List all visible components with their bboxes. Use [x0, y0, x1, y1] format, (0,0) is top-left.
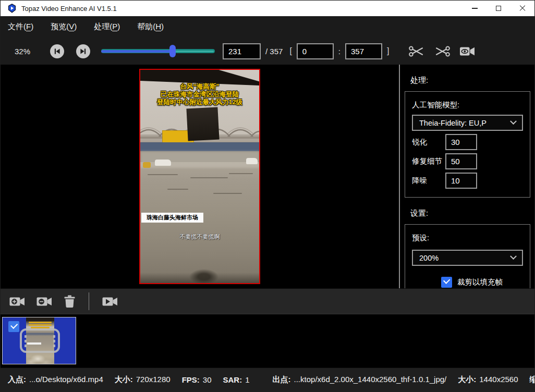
range-start-input[interactable]	[297, 43, 334, 59]
window-controls	[463, 1, 534, 16]
ai-model-dropdown[interactable]: Theia-Fidelity: EU,P	[412, 115, 523, 131]
restore-details-row: 修复细节	[412, 153, 523, 169]
app-window: Topaz Video Enhance AI V1.5.1 文件(F) 预览(V…	[0, 0, 535, 392]
remove-video-button[interactable]	[37, 296, 53, 307]
denoise-input[interactable]	[445, 173, 477, 189]
menu-help[interactable]: 帮助(H)	[137, 22, 164, 32]
preview-canvas: 台风“海高斯” 已在珠海市金湾区沿海登陆 登陆时中心附近最大风力12级 珠海白藤…	[1, 65, 399, 288]
preview-button[interactable]	[459, 45, 476, 57]
trim-end-button[interactable]	[434, 45, 451, 58]
maximize-icon	[496, 6, 501, 11]
zoom-level-label: 32%	[15, 47, 37, 56]
crop-frame-overlay-icon	[20, 328, 60, 353]
video-preview[interactable]: 台风“海高斯” 已在珠海市金湾区沿海登陆 登陆时中心附近最大风力12级 珠海白藤…	[139, 69, 260, 284]
skip-to-end-button[interactable]	[76, 44, 90, 58]
water-streak	[167, 189, 188, 190]
statusbar: 入点:...o/Desktop/x6d.mp4 大小:720x1280 FPS:…	[1, 368, 534, 391]
range-end-input[interactable]	[345, 43, 382, 59]
clip-strip	[1, 314, 534, 368]
crop-to-fill-row[interactable]: 裁剪以填充帧	[412, 277, 523, 288]
ai-model-groupbox: 人工智能模型: Theia-Fidelity: EU,P 锐化 修复细节 降噪	[405, 91, 530, 198]
trash-icon	[64, 295, 76, 308]
main-area: 台风“海高斯” 已在珠海市金湾区沿海登陆 登陆时中心附近最大风力12级 珠海白藤…	[1, 65, 534, 288]
status-scale: 缩放:200%	[530, 375, 535, 385]
menu-file[interactable]: 文件(F)	[8, 22, 33, 32]
minimize-button[interactable]	[463, 1, 487, 16]
submerged-car	[155, 160, 171, 166]
process-video-button[interactable]	[102, 296, 118, 307]
settings-section-title: 设置:	[410, 209, 534, 218]
scissors-right-icon	[434, 45, 451, 58]
water-streak	[148, 174, 178, 175]
add-video-icon	[9, 296, 26, 307]
current-frame-input[interactable]	[223, 43, 261, 59]
slider-track-highlight	[174, 51, 214, 52]
ai-model-label: 人工智能模型:	[412, 100, 523, 110]
bracket-dashes	[53, 335, 55, 349]
process-video-icon	[102, 296, 118, 307]
water-streak	[213, 193, 242, 194]
timeline-slider[interactable]	[101, 44, 215, 58]
denoise-row: 降噪	[412, 173, 523, 189]
crop-to-fill-checkbox[interactable]	[441, 277, 452, 288]
playback-toolbar: 32% / 357 [ : ]	[1, 38, 534, 65]
range-open-bracket: [	[289, 46, 291, 56]
preset-dropdown[interactable]: 200%	[412, 250, 523, 266]
hanging-speaker-graphic	[186, 107, 219, 141]
sharpen-label: 锐化	[412, 137, 445, 147]
titlebar-left: Topaz Video Enhance AI V1.5.1	[1, 4, 463, 13]
ai-model-value: Theia-Fidelity: EU,P	[419, 119, 487, 127]
titlebar: Topaz Video Enhance AI V1.5.1	[1, 1, 534, 16]
camera-eye-icon	[459, 45, 476, 57]
menu-preview[interactable]: 预览(V)	[51, 22, 77, 32]
denoise-label: 降噪	[412, 176, 445, 186]
range-separator: :	[338, 47, 341, 56]
bracket-dashes	[25, 335, 27, 349]
scissors-left-icon	[408, 45, 424, 58]
slider-progress	[101, 50, 173, 53]
video-caption: 不要慌不要慌啊	[140, 233, 259, 241]
water-streak	[190, 177, 228, 178]
clip-toolbar	[1, 288, 534, 314]
status-fps: FPS:30	[182, 375, 212, 384]
menu-process[interactable]: 处理(P)	[94, 22, 120, 32]
floodwater-graphic	[140, 162, 259, 283]
trim-start-button[interactable]	[408, 45, 424, 58]
submerged-car	[246, 158, 258, 164]
skip-start-icon	[53, 47, 62, 56]
settings-panel: 处理: 人工智能模型: Theia-Fidelity: EU,P 锐化 修复细节…	[399, 65, 534, 288]
location-tag: 珠海白藤头海鲜市场	[141, 213, 203, 223]
clip-selected-checkbox[interactable]	[8, 321, 19, 332]
menubar: 文件(F) 预览(V) 处理(P) 帮助(H)	[1, 16, 534, 38]
maximize-button[interactable]	[487, 1, 510, 16]
barrier-graphic	[140, 142, 259, 151]
close-button[interactable]	[510, 1, 534, 16]
preset-value: 200%	[419, 254, 439, 262]
app-title: Topaz Video Enhance AI V1.5.1	[21, 5, 117, 13]
clip-thumbnail[interactable]	[2, 317, 76, 364]
remove-video-icon	[37, 296, 53, 307]
status-input-size: 大小:720x1280	[115, 375, 171, 385]
mini-headline-line	[29, 324, 52, 326]
chevron-down-icon	[510, 253, 517, 260]
restore-details-label: 修复细节	[412, 156, 445, 166]
sharpen-input[interactable]	[445, 134, 477, 150]
restore-details-input[interactable]	[445, 153, 477, 169]
video-headline-text: 台风“海高斯” 已在珠海市金湾区沿海登陆 登陆时中心附近最大风力12级	[140, 83, 259, 106]
water-streak	[229, 173, 253, 174]
delete-clip-button[interactable]	[64, 295, 76, 308]
minimize-icon	[472, 8, 478, 9]
skip-to-start-button[interactable]	[50, 44, 64, 58]
slider-handle[interactable]	[169, 45, 176, 57]
mini-headline-line	[29, 322, 52, 323]
preset-groupbox: 预设: 200% 裁剪以填充帧	[405, 224, 530, 288]
chevron-down-icon	[510, 118, 517, 125]
skip-end-icon	[79, 47, 88, 56]
bottom-shade	[140, 273, 259, 283]
status-output-path: 出点:...ktop/x6d_2.00x_1440x2560_thf-1.0.1…	[273, 375, 447, 385]
processing-section-title: 处理:	[410, 76, 534, 85]
total-frames-label: / 357	[265, 47, 283, 56]
status-sar: SAR:1	[223, 375, 250, 384]
add-video-button[interactable]	[9, 296, 26, 307]
close-icon	[519, 5, 526, 11]
